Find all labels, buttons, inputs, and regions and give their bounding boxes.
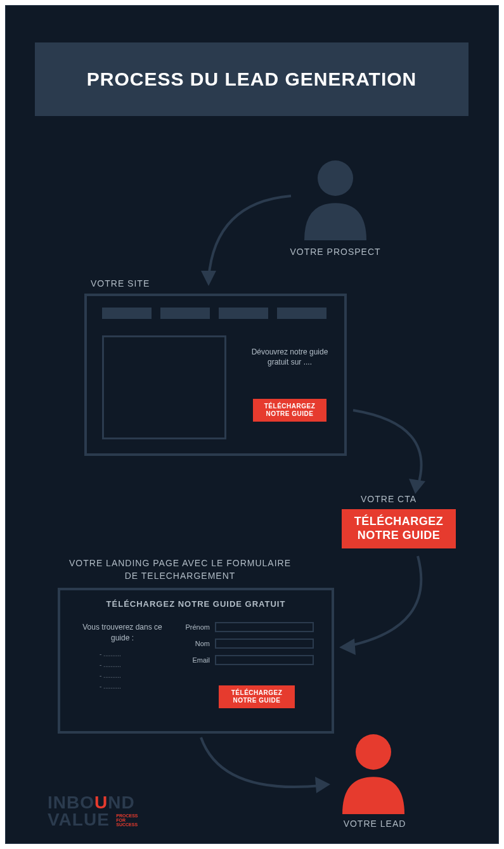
site-nav xyxy=(87,296,344,319)
site-cta-button[interactable]: TÉLÉCHARGEZ NOTRE GUIDE xyxy=(253,399,326,422)
svg-marker-3 xyxy=(339,638,356,655)
svg-point-5 xyxy=(356,734,391,770)
svg-point-0 xyxy=(318,160,353,196)
logo-text: VALUE xyxy=(48,812,110,829)
arrow-site-to-cta xyxy=(348,405,449,500)
cta-label: VOTRE CTA xyxy=(361,494,417,504)
tagline-line: SUCCESS xyxy=(116,822,138,827)
site-teaser: Dévouvrez notre guide gratuit sur .... xyxy=(243,347,337,367)
arrow-cta-to-lp xyxy=(335,551,449,659)
tagline-line: PROCESS xyxy=(116,813,138,818)
lp-label: VOTRE LANDING PAGE AVEC LE FORMULAIRE DE… xyxy=(69,557,291,582)
lp-form: Prénom Nom Email xyxy=(179,622,323,671)
lp-cta-button[interactable]: TÉLÉCHARGEZ NOTRE GUIDE xyxy=(219,685,295,708)
nav-item xyxy=(277,308,326,319)
title-bar: PROCESS DU LEAD GENERATION xyxy=(35,42,468,116)
lp-bullet: - .......... xyxy=(100,670,167,681)
label-nom: Nom xyxy=(179,640,215,647)
lp-bullet: - .......... xyxy=(100,659,167,670)
nav-item xyxy=(102,308,152,319)
logo-tagline: PROCESS FOR SUCCESS xyxy=(116,813,138,827)
lead-icon xyxy=(329,725,418,817)
site-mockup: Dévouvrez notre guide gratuit sur .... T… xyxy=(84,294,347,456)
brand-logo: INBOUND VALUE PROCESS FOR SUCCESS xyxy=(48,794,174,828)
svg-marker-4 xyxy=(315,777,330,793)
svg-marker-2 xyxy=(409,479,425,494)
nav-item xyxy=(160,308,210,319)
arrow-lp-to-lead xyxy=(196,735,335,805)
lp-row-email: Email xyxy=(179,655,323,665)
lp-bullets: - .......... - .......... - .......... -… xyxy=(78,649,167,692)
site-label: VOTRE SITE xyxy=(91,278,150,288)
arrow-prospect-to-site xyxy=(196,190,310,297)
lp-intro-block: Vous trouverez dans ce guide : - .......… xyxy=(78,622,167,692)
person-icon xyxy=(329,725,418,814)
logo-text: ND xyxy=(108,793,134,812)
label-email: Email xyxy=(179,656,215,664)
cta-big-button[interactable]: TÉLÉCHARGEZ NOTRE GUIDE xyxy=(342,509,456,548)
lp-bullet: - .......... xyxy=(100,681,167,692)
diagram-frame: PROCESS DU LEAD GENERATION VOTRE PROSPEC… xyxy=(5,5,499,844)
lead-label: VOTRE LEAD xyxy=(318,819,432,829)
lp-title: TÉLÉCHARGEZ NOTRE GUIDE GRATUIT xyxy=(60,590,332,609)
label-prenom: Prénom xyxy=(179,623,215,631)
nav-item xyxy=(219,308,268,319)
lp-row-prenom: Prénom xyxy=(179,622,323,632)
email-field[interactable] xyxy=(215,655,314,665)
page-title: PROCESS DU LEAD GENERATION xyxy=(87,68,417,90)
tagline-line: FOR xyxy=(116,818,126,822)
lp-row-nom: Nom xyxy=(179,638,323,649)
prenom-field[interactable] xyxy=(215,622,314,632)
lp-bullet: - .......... xyxy=(100,649,167,659)
landing-page-mockup: TÉLÉCHARGEZ NOTRE GUIDE GRATUIT Vous tro… xyxy=(58,588,334,734)
nom-field[interactable] xyxy=(215,638,314,649)
hero-placeholder xyxy=(102,335,226,439)
svg-marker-1 xyxy=(201,271,216,286)
lp-intro: Vous trouverez dans ce guide : xyxy=(78,622,167,644)
